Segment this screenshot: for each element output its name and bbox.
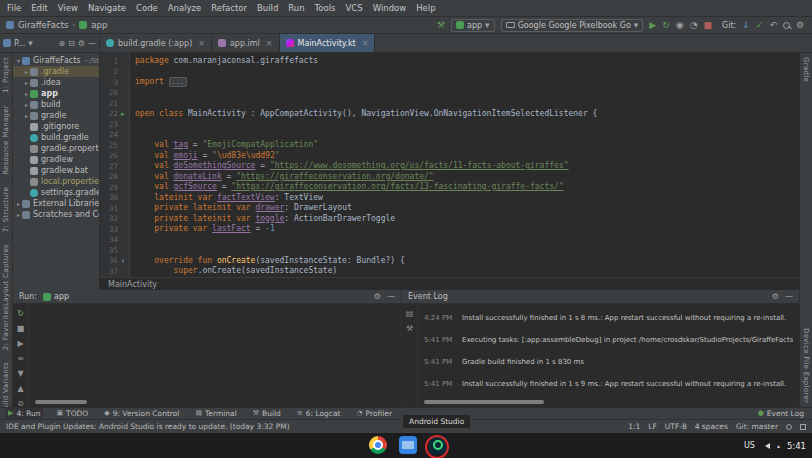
tool-tab-6-logcat[interactable]: ≡6: Logcat (294, 408, 344, 419)
code-line-35[interactable] (135, 245, 799, 256)
tool-button-2-favorites[interactable]: 2: Favorites (2, 306, 10, 350)
tool-tab-4-run[interactable]: ▶4: Run (5, 408, 43, 419)
tree-item-settings-gradle[interactable]: settings.gradle (13, 187, 99, 198)
checklist-icon[interactable]: ▤ (406, 309, 414, 318)
git-commit-button[interactable]: ✓ (756, 21, 764, 30)
override-gutter-icon[interactable]: ↑ (118, 256, 128, 267)
clear-icon[interactable]: ⊘ (17, 399, 24, 407)
wrench-icon[interactable]: ⚒ (406, 324, 413, 333)
code-line-33[interactable]: private var lastFact = -1 (135, 224, 799, 235)
status-git-master[interactable]: Git: master (736, 422, 778, 431)
code-line-24[interactable] (135, 130, 799, 141)
apply-changes-button[interactable]: ↻ (662, 21, 670, 30)
code-line-28[interactable]: val donateLink = "https://giraffeconserv… (135, 172, 799, 183)
status-1-1[interactable]: 1:1 (628, 422, 640, 431)
tree-item-gradle[interactable]: ▸.gradle (13, 66, 99, 77)
tree-item-gitignore[interactable]: .gitignore (13, 121, 99, 132)
tray-up-icon[interactable]: ▴ (777, 442, 780, 449)
gear-icon[interactable]: ⚙ (374, 292, 381, 301)
rerun-icon[interactable]: ↻ (17, 309, 24, 318)
tool-button-device-file-explorer[interactable]: Device File Explorer (802, 328, 810, 403)
class-gutter-icon[interactable]: ▶ (118, 109, 128, 120)
tool-button-layout-captures[interactable]: Layout Captures (2, 244, 10, 306)
menu-build[interactable]: Build (252, 3, 283, 13)
chrome-icon[interactable] (369, 436, 387, 454)
tree-item-gradlew[interactable]: gradlew (13, 154, 99, 165)
run-scrollbar[interactable] (35, 400, 87, 404)
status-lf[interactable]: LF (648, 422, 657, 431)
menu-help[interactable]: Help (411, 3, 440, 13)
run-button[interactable]: ▶ (649, 21, 656, 30)
code-line-34[interactable] (135, 235, 799, 246)
restart-icon[interactable]: ▶ (17, 339, 23, 348)
git-rollback-button[interactable]: ↶ (769, 21, 777, 30)
code-line-27[interactable]: val doSomethingSource = "https://www.dos… (135, 161, 799, 172)
tree-item-gradle-properties[interactable]: gradle.properties (13, 143, 99, 154)
menu-view[interactable]: View (53, 3, 83, 13)
notifications-icon[interactable] (786, 424, 792, 430)
event-log-scrollbar[interactable] (424, 400, 544, 404)
tree-item-app[interactable]: ▸app (13, 88, 99, 99)
code-line-2[interactable] (135, 67, 799, 78)
tool-tab-9-version-control[interactable]: ◆9: Version Control (101, 408, 182, 419)
git-update-button[interactable]: ↓ (742, 21, 750, 30)
tab-app-iml[interactable]: app.iml× (212, 34, 280, 52)
close-icon[interactable]: × (266, 39, 273, 48)
tree-item-gradlew-bat[interactable]: gradlew.bat (13, 165, 99, 176)
tool-tab-event-log[interactable]: ●Event Log (755, 408, 807, 419)
code-line-31[interactable]: private lateinit var drawer: DrawerLayou… (135, 203, 799, 214)
stop-button[interactable]: ■ (704, 21, 713, 30)
menu-tools[interactable]: Tools (310, 3, 341, 13)
status-4-spaces[interactable]: 4 spaces (695, 422, 728, 431)
debug-button[interactable]: ◉ (676, 21, 684, 30)
code-line-37[interactable]: super.onCreate(savedInstanceState) (135, 266, 799, 277)
hammer-icon[interactable]: ⚒ (437, 21, 445, 30)
code-line-32[interactable]: private lateinit var toggle: ActionBarDr… (135, 214, 799, 225)
locate-file-icon[interactable]: ⊕ (58, 39, 65, 48)
menu-run[interactable]: Run (283, 3, 309, 13)
menu-file[interactable]: File (2, 3, 26, 13)
breadcrumb-project[interactable]: GiraffeFacts (18, 20, 69, 30)
menu-refactor[interactable]: Refactor (206, 3, 252, 13)
code-line-22[interactable]: open class MainActivity : AppCompatActiv… (135, 109, 799, 120)
breadcrumb-class[interactable]: MainActivity (108, 280, 157, 289)
scroll-down-icon[interactable]: ▼ (17, 369, 23, 378)
device-select[interactable]: Google Google Pixelbook Go ▾ (501, 19, 644, 32)
code-line-26[interactable]: val emoji = "\ud83e\udd92" (135, 151, 799, 162)
menu-analyze[interactable]: Analyze (163, 3, 207, 13)
menu-vcs[interactable]: VCS (341, 3, 368, 13)
tool-button-1-project[interactable]: 1: Project (2, 57, 10, 93)
code-line-23[interactable] (135, 119, 799, 130)
hide-panel-icon[interactable]: — (387, 292, 395, 301)
code-line-1[interactable]: package com.naranjaconsal.giraffefacts (135, 56, 799, 67)
tree-item-build[interactable]: ▸build (13, 99, 99, 110)
close-icon[interactable]: × (198, 39, 205, 48)
project-panel-title[interactable]: P... (14, 39, 25, 48)
clock[interactable]: 5:41 (787, 441, 806, 451)
menu-window[interactable]: Window (368, 3, 412, 13)
search-icon[interactable] (783, 22, 790, 29)
status-message[interactable]: IDE and Plugin Updates: Android Studio i… (6, 422, 290, 431)
indicator-icon[interactable] (800, 424, 806, 430)
code-line-29[interactable]: val gcfSource = "https://giraffeconserva… (135, 182, 799, 193)
tool-tab-terminal[interactable]: ▤Terminal (192, 408, 239, 419)
code-line-36[interactable]: override fun onCreate(savedInstanceState… (135, 256, 799, 267)
code-line-25[interactable]: val tag = "EmojiCompatApplication" (135, 140, 799, 151)
gear-icon[interactable]: ⚙ (78, 39, 85, 48)
run-config-select[interactable]: app ▾ (451, 19, 495, 32)
event-log-title[interactable]: Event Log (408, 292, 448, 301)
volume-icon[interactable] (762, 443, 770, 449)
chevron-down-icon[interactable]: ▾ (28, 39, 33, 48)
tool-button-gradle[interactable]: Gradle (802, 57, 810, 82)
profile-button[interactable]: ◔ (690, 21, 698, 30)
stop-icon[interactable]: ■ (17, 324, 25, 333)
tree-item-local-properties[interactable]: local.properties (13, 176, 99, 187)
code-line-3[interactable]: import ... (135, 77, 799, 88)
hide-panel-icon[interactable]: — (785, 292, 793, 301)
menu-edit[interactable]: Edit (26, 3, 52, 13)
collapse-all-icon[interactable]: ⊟ (68, 39, 75, 48)
gear-icon[interactable]: ⚙ (796, 21, 804, 30)
code-area[interactable]: package com.naranjaconsal.giraffefacts i… (130, 53, 799, 277)
breadcrumb-module[interactable]: app (91, 20, 107, 30)
status-utf-8[interactable]: UTF-8 (665, 422, 687, 431)
